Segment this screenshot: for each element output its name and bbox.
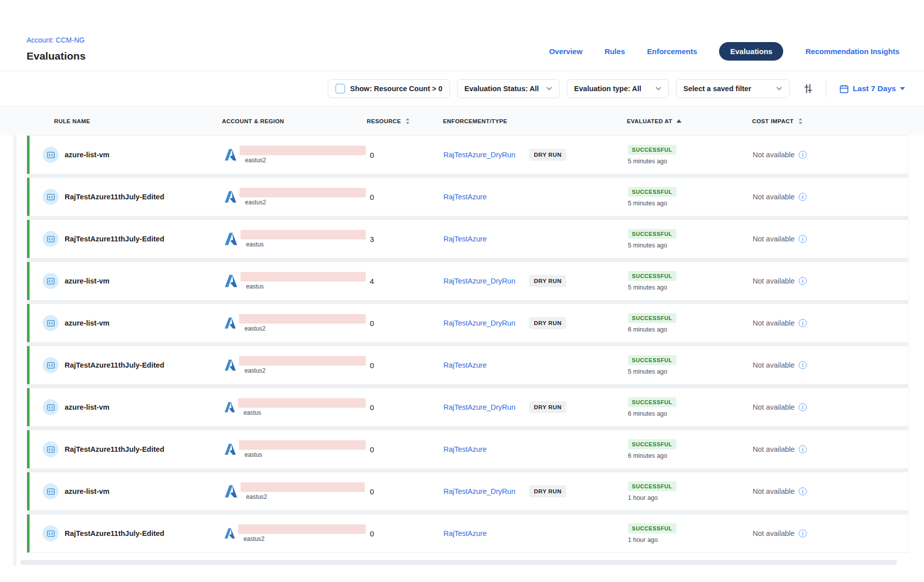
tab-evaluations[interactable]: Evaluations (719, 42, 783, 61)
date-range-picker[interactable]: Last 7 Days (839, 84, 905, 94)
resource-count: 0 (366, 136, 431, 174)
evaluated-time: 5 minutes ago (628, 158, 667, 165)
enforcement-link[interactable]: RajTestAzure (443, 445, 487, 453)
evaluated-time: 1 hour ago (628, 536, 658, 543)
region-label: eastus (244, 409, 366, 416)
resource-count-filter[interactable]: Show: Resource Count > 0 (328, 79, 450, 98)
table-row[interactable]: RajTestAzure11thJuly-Edited eastus 3 Raj… (27, 219, 908, 258)
enforcement-link[interactable]: RajTestAzure_DryRun (443, 277, 515, 285)
info-icon[interactable]: i (799, 529, 807, 537)
region-label: eastus (246, 283, 366, 290)
info-icon[interactable]: i (799, 445, 807, 453)
enforcement-link[interactable]: RajTestAzure (443, 361, 487, 369)
enforcement-link[interactable]: RajTestAzure_DryRun (443, 487, 515, 495)
horizontal-scrollbar[interactable] (20, 560, 897, 565)
chevron-down-icon (776, 87, 782, 91)
info-icon[interactable]: i (799, 361, 807, 369)
cost-impact-value: Not available (753, 445, 795, 453)
divider (826, 80, 826, 98)
status-badge: SUCCESSFUL (628, 439, 676, 449)
saved-filter-dropdown[interactable]: Select a saved filter (676, 79, 790, 98)
resource-count: 0 (366, 472, 431, 510)
info-icon[interactable]: i (799, 403, 807, 411)
cost-impact-value: Not available (753, 277, 795, 285)
evaluated-time: 5 minutes ago (628, 242, 667, 249)
resource-count: 4 (366, 262, 431, 300)
evaluated-time: 6 minutes ago (628, 326, 667, 333)
info-icon[interactable]: i (799, 151, 807, 159)
table-row[interactable]: RajTestAzure11thJuly-Edited eastus2 0 Ra… (27, 177, 908, 216)
cost-impact-value: Not available (753, 319, 795, 327)
tab-enforcements[interactable]: Enforcements (647, 47, 697, 56)
tab-recommendation-insights[interactable]: Recommendation Insights (805, 47, 899, 56)
redacted-account-name (240, 146, 366, 155)
rule-name: RajTestAzure11thJuly-Edited (65, 529, 164, 537)
status-badge: SUCCESSFUL (628, 229, 676, 239)
resource-count: 0 (366, 388, 431, 426)
redacted-account-name (241, 272, 366, 281)
column-rule-name: RULE NAME (27, 118, 222, 124)
azure-logo-icon (223, 231, 239, 246)
column-cost-impact[interactable]: COST IMPACT (741, 118, 908, 125)
rule-name: RajTestAzure11thJuly-Edited (65, 235, 164, 243)
table-row[interactable]: azure-list-vm eastus 4 RajTestAzure_DryR… (27, 261, 908, 301)
info-icon[interactable]: i (799, 235, 807, 243)
tab-rules[interactable]: Rules (604, 47, 625, 56)
rule-code-icon (43, 147, 59, 163)
resource-count-checkbox[interactable] (335, 84, 345, 94)
region-label: eastus2 (245, 199, 366, 206)
dry-run-badge: DRY RUN (529, 485, 566, 497)
table-row[interactable]: RajTestAzure11thJuly-Edited eastus2 0 Ra… (27, 346, 908, 385)
azure-logo-icon (223, 316, 237, 331)
evaluated-time: 5 minutes ago (628, 368, 667, 375)
sort-icon (798, 118, 803, 125)
enforcement-link[interactable]: RajTestAzure (443, 235, 487, 243)
column-resource[interactable]: RESOURCE (365, 118, 430, 125)
table-row[interactable]: azure-list-vm eastus2 0 RajTestAzure_Dry… (27, 135, 908, 174)
info-icon[interactable]: i (799, 193, 807, 201)
sort-asc-icon (676, 119, 681, 123)
rule-name: azure-list-vm (65, 151, 109, 159)
redacted-account-name (241, 482, 365, 492)
rule-name: RajTestAzure11thJuly-Edited (65, 445, 164, 453)
evaluation-status-dropdown[interactable]: Evaluation Status: All (457, 79, 560, 98)
enforcement-link[interactable]: RajTestAzure (443, 529, 487, 537)
enforcement-link[interactable]: RajTestAzure_DryRun (443, 151, 515, 159)
table-row[interactable]: azure-list-vm eastus2 0 RajTestAzure_Dry… (27, 304, 908, 343)
table-row[interactable]: RajTestAzure11thJuly-Edited eastus 0 Raj… (27, 430, 908, 469)
table-row[interactable]: azure-list-vm eastus 0 RajTestAzure_DryR… (27, 388, 908, 427)
region-label: eastus2 (245, 157, 366, 164)
rule-name: RajTestAzure11thJuly-Edited (65, 193, 164, 201)
status-badge: SUCCESSFUL (628, 397, 676, 407)
filter-settings-button[interactable] (801, 81, 816, 96)
breadcrumb[interactable]: Account: CCM-NG (27, 36, 85, 44)
table-row[interactable]: azure-list-vm eastus2 0 RajTestAzure_Dry… (27, 472, 908, 511)
azure-logo-icon (223, 358, 237, 373)
page-title: Evaluations (27, 50, 86, 62)
table-header: RULE NAME ACCOUNT & REGION RESOURCE ENFO… (0, 106, 924, 135)
row-accent-bar (27, 346, 30, 384)
table-body: azure-list-vm eastus2 0 RajTestAzure_Dry… (27, 135, 908, 553)
enforcement-link[interactable]: RajTestAzure_DryRun (443, 403, 515, 411)
info-icon[interactable]: i (799, 277, 807, 285)
enforcement-link[interactable]: RajTestAzure (443, 193, 487, 201)
rule-code-icon (43, 357, 59, 373)
resource-count: 0 (366, 346, 431, 384)
info-icon[interactable]: i (799, 487, 807, 495)
table-row[interactable]: RajTestAzure11thJuly-Edited eastus2 0 Ra… (27, 514, 908, 553)
azure-logo-icon (223, 189, 238, 204)
rule-name: azure-list-vm (65, 403, 109, 411)
enforcement-link[interactable]: RajTestAzure_DryRun (443, 319, 515, 327)
status-badge: SUCCESSFUL (628, 523, 676, 533)
region-label: eastus (246, 241, 366, 248)
sort-icon (405, 118, 410, 125)
tab-overview[interactable]: Overview (549, 47, 583, 56)
chevron-down-icon (655, 87, 661, 91)
info-icon[interactable]: i (799, 319, 807, 327)
status-badge: SUCCESSFUL (628, 355, 676, 365)
column-evaluated-at[interactable]: EVALUATED AT (621, 118, 741, 124)
redacted-account-name (238, 524, 366, 534)
row-accent-bar (27, 472, 30, 510)
evaluation-type-dropdown[interactable]: Evaluation type: All (567, 79, 669, 98)
evaluations-page: Account: CCM-NG Evaluations Overview Rul… (0, 0, 924, 582)
